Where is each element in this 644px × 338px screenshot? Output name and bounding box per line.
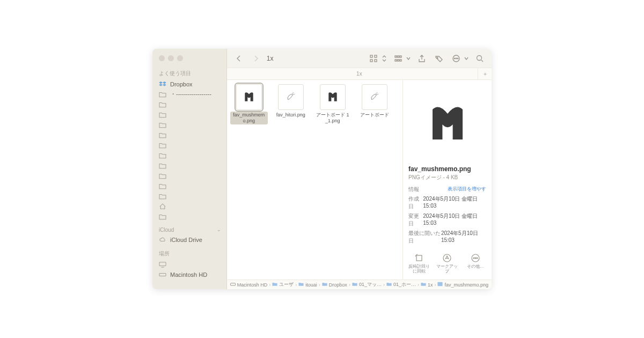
path-separator: › bbox=[434, 282, 436, 288]
chevron-down-icon[interactable]: ⌄ bbox=[217, 227, 221, 232]
path-crumb-label: 01_ホー… bbox=[393, 281, 416, 288]
path-separator: › bbox=[269, 282, 270, 288]
close-window-button[interactable] bbox=[159, 55, 165, 61]
m-logo-icon bbox=[327, 91, 339, 104]
svg-rect-5 bbox=[375, 60, 377, 62]
path-crumb[interactable]: Macintosh HD bbox=[230, 282, 268, 288]
svg-rect-9 bbox=[395, 60, 397, 61]
svg-point-21 bbox=[473, 258, 474, 259]
file-item[interactable]: アートボード 1_1.png bbox=[314, 84, 352, 124]
path-crumb[interactable]: itouai bbox=[298, 282, 317, 288]
sidebar-item-folder[interactable] bbox=[152, 109, 226, 120]
svg-point-14 bbox=[454, 58, 455, 59]
sidebar-item-icloud-drive[interactable]: iCloud Drive bbox=[152, 234, 226, 245]
path-crumb[interactable]: 01_ホー… bbox=[386, 281, 416, 288]
preview-image bbox=[403, 80, 492, 165]
sidebar-item-label: iCloud Drive bbox=[170, 237, 202, 243]
path-crumb[interactable]: 01_マッ… bbox=[352, 281, 382, 288]
path-crumb[interactable]: Dropbox bbox=[322, 282, 347, 288]
sidebar-item-masked[interactable]: ・------------------ bbox=[152, 89, 226, 99]
svg-rect-25 bbox=[438, 282, 443, 286]
minimize-window-button[interactable] bbox=[168, 55, 174, 61]
file-thumbnail bbox=[236, 84, 262, 110]
zoom-window-button[interactable] bbox=[177, 55, 183, 61]
preview-info-label: 情報 bbox=[408, 186, 419, 193]
sidebar-item-folder[interactable] bbox=[152, 130, 226, 140]
sidebar-item-folder[interactable] bbox=[152, 181, 226, 191]
content-area: fav_mushmemo.pngfav_hitori.pngアートボード 1_1… bbox=[227, 80, 492, 280]
path-crumb-label: itouai bbox=[305, 282, 317, 288]
home-icon bbox=[159, 203, 166, 210]
file-item[interactable]: fav_mushmemo.png bbox=[230, 84, 268, 124]
sidebar-item-dropbox[interactable]: Dropbox bbox=[152, 79, 226, 89]
file-thumbnail bbox=[320, 84, 346, 110]
search-button[interactable] bbox=[473, 52, 486, 65]
path-separator: › bbox=[418, 282, 419, 288]
sidebar: よく使う項目 Dropbox ・------------------ iClou… bbox=[152, 49, 227, 289]
file-thumbnail bbox=[362, 84, 387, 110]
sidebar-item-folder[interactable] bbox=[152, 211, 226, 222]
svg-point-12 bbox=[437, 57, 438, 58]
file-name-label: アートボード 1_1.png bbox=[314, 112, 352, 124]
preview-created-label: 作成日 bbox=[408, 195, 423, 210]
sidebar-item-macintosh-hd[interactable]: Macintosh HD bbox=[152, 269, 226, 280]
file-grid[interactable]: fav_mushmemo.pngfav_hitori.pngアートボード 1_1… bbox=[227, 80, 402, 280]
rotate-action[interactable]: 反時計回りに回転 bbox=[407, 253, 431, 274]
group-caret-icon[interactable] bbox=[406, 52, 411, 65]
sidebar-item-folder[interactable] bbox=[152, 160, 226, 171]
svg-rect-18 bbox=[416, 255, 422, 261]
view-mode-button[interactable] bbox=[367, 52, 380, 65]
svg-point-23 bbox=[477, 258, 478, 259]
folder-icon bbox=[159, 142, 166, 149]
file-item[interactable]: fav_hitori.png bbox=[272, 84, 310, 124]
path-crumb[interactable]: 1x bbox=[421, 282, 433, 288]
sidebar-favorites-label: よく使う項目 bbox=[152, 64, 226, 79]
path-crumb[interactable]: ユーザ bbox=[272, 281, 294, 288]
sidebar-item-folder[interactable] bbox=[152, 171, 226, 181]
sidebar-item-folder[interactable] bbox=[152, 140, 226, 150]
sidebar-item-home[interactable] bbox=[152, 201, 226, 211]
preview-created-value: 2024年5月10日 金曜日 15:03 bbox=[423, 195, 486, 210]
folder-icon bbox=[159, 132, 166, 138]
svg-point-16 bbox=[457, 58, 458, 59]
path-crumb-label: 1x bbox=[428, 282, 433, 288]
preview-show-more-link[interactable]: 表示項目を増やす bbox=[448, 186, 486, 193]
view-caret-icon[interactable] bbox=[381, 52, 387, 65]
sidebar-item-folder[interactable] bbox=[152, 120, 226, 130]
folder-icon bbox=[298, 282, 304, 288]
svg-rect-7 bbox=[398, 56, 399, 57]
back-button[interactable] bbox=[232, 52, 245, 65]
action-caret-icon[interactable] bbox=[464, 52, 469, 65]
new-tab-button[interactable]: ＋ bbox=[478, 68, 492, 80]
sidebar-item-label: Macintosh HD bbox=[170, 271, 207, 278]
group-button[interactable] bbox=[392, 52, 405, 65]
file-item[interactable]: アートボード bbox=[356, 84, 393, 124]
action-menu-button[interactable] bbox=[450, 52, 463, 65]
sidebar-item-label: Dropbox bbox=[170, 81, 193, 87]
path-crumb-label: Dropbox bbox=[329, 282, 347, 288]
file-name-label: fav_mushmemo.png bbox=[230, 112, 268, 124]
share-button[interactable] bbox=[415, 52, 428, 65]
sidebar-icloud-label: iCloud ⌄ bbox=[152, 222, 226, 234]
forward-button[interactable] bbox=[250, 52, 262, 65]
preview-modified-value: 2024年5月10日 金曜日 15:03 bbox=[423, 212, 486, 227]
more-action[interactable]: その他... bbox=[464, 253, 487, 274]
preview-pane: fav_mushmemo.png PNGイメージ - 4 KB 情報 表示項目を… bbox=[402, 80, 492, 280]
disk-icon bbox=[159, 271, 166, 278]
path-crumb[interactable]: fav_mushmemo.png bbox=[437, 282, 488, 288]
folder-icon bbox=[421, 282, 426, 288]
sidebar-item-folder[interactable] bbox=[152, 150, 226, 160]
sidebar-item-folder[interactable] bbox=[152, 99, 226, 109]
sidebar-item-label: ・------------------ bbox=[170, 90, 211, 98]
sidebar-item-folder[interactable] bbox=[152, 259, 226, 269]
path-crumb-label: 01_マッ… bbox=[359, 281, 382, 288]
svg-rect-2 bbox=[370, 55, 372, 57]
sidebar-item-folder[interactable] bbox=[152, 191, 226, 201]
folder-icon bbox=[159, 173, 166, 179]
file-name-label: アートボード bbox=[358, 112, 391, 119]
markup-action[interactable]: マークアップ bbox=[435, 253, 459, 274]
svg-rect-1 bbox=[159, 273, 166, 276]
tags-button[interactable] bbox=[433, 52, 445, 65]
folder-icon bbox=[159, 152, 166, 159]
finder-window: よく使う項目 Dropbox ・------------------ iClou… bbox=[152, 49, 492, 289]
